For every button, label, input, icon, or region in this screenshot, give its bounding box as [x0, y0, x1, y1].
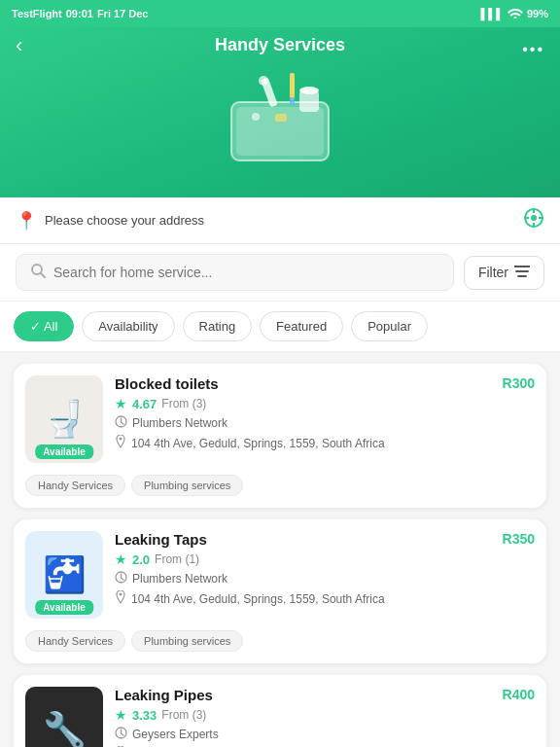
svg-rect-9 [275, 114, 287, 122]
service-card[interactable]: 🔧 Offline Leaking Pipes R400 ★ 3.33 From… [14, 675, 546, 747]
card-tags: Handy ServicesPlumbing services [14, 475, 546, 508]
service-emoji: 🔧 [43, 710, 87, 747]
card-main: 🔧 Offline Leaking Pipes R400 ★ 3.33 From… [14, 675, 546, 747]
search-input-wrap[interactable] [16, 254, 454, 291]
svg-point-8 [252, 113, 260, 121]
rating-count: From (3) [161, 708, 206, 722]
tag: Plumbing services [131, 475, 243, 496]
card-price: R400 [503, 687, 535, 702]
card-price: R350 [503, 531, 535, 547]
svg-line-17 [41, 273, 45, 277]
star-icon: ★ [115, 707, 127, 723]
svg-point-28 [120, 593, 122, 596]
rating-value: 3.33 [132, 708, 157, 723]
svg-line-23 [122, 422, 124, 424]
rating-count: From (1) [155, 552, 199, 566]
location-bar[interactable]: 📍 Please choose your address [0, 197, 560, 244]
back-button[interactable]: ‹ [16, 35, 22, 56]
location-left: 📍 Please choose your address [16, 210, 204, 231]
provider-name: Plumbers Network [132, 572, 228, 586]
filter-chip-featured[interactable]: Featured [260, 311, 343, 341]
provider-icon [115, 571, 127, 587]
status-bar: TestFlight 09:01 Fri 17 Dec ▌▌▌ 99% [0, 0, 560, 27]
svg-line-31 [122, 733, 124, 735]
card-provider: Plumbers Network [115, 571, 535, 587]
card-main: 🚰 Available Leaking Taps R350 ★ 2.0 From… [14, 519, 546, 630]
card-title: Leaking Taps [115, 531, 207, 548]
provider-icon [115, 727, 127, 742]
card-rating: ★ 2.0 From (1) [115, 551, 535, 567]
address-text: 104 4th Ave, Geduld, Springs, 1559, Sout… [131, 592, 385, 606]
service-emoji: 🚽 [43, 399, 87, 440]
provider-name: Geysers Experts [132, 728, 219, 741]
card-info: Blocked toilets R300 ★ 4.67 From (3) [115, 375, 535, 463]
availability-badge: Available [35, 445, 93, 459]
svg-rect-5 [290, 97, 295, 105]
card-price: R300 [503, 375, 535, 391]
availability-badge: Available [35, 600, 93, 615]
rating-value: 4.67 [132, 397, 157, 411]
star-icon: ★ [115, 396, 127, 411]
provider-icon [115, 415, 127, 431]
card-address: 104 4th Ave, Geduld, Springs, 1559, Sout… [115, 590, 535, 607]
card-tags: Handy ServicesPlumbing services [14, 630, 546, 663]
svg-rect-4 [290, 73, 295, 100]
card-image: 🚰 Available [25, 531, 103, 619]
more-options-icon[interactable]: ••• [522, 41, 544, 58]
location-target-icon[interactable] [523, 207, 544, 233]
address-pin-icon [115, 590, 126, 607]
status-date: Fri 17 Dec [97, 8, 149, 19]
rating-count: From (3) [161, 397, 206, 410]
card-address: 104 4th Ave, Geduld, Springs, 1559, Sout… [115, 435, 535, 451]
service-card[interactable]: 🚽 Available Blocked toilets R300 ★ 4.67 … [14, 364, 546, 508]
filter-label: Filter [478, 265, 508, 280]
hero-illustration [16, 63, 544, 170]
service-emoji: 🚰 [43, 554, 87, 595]
star-icon: ★ [115, 551, 127, 567]
filter-chip-all[interactable]: ✓ All [14, 311, 74, 341]
provider-name: Plumbers Network [132, 416, 228, 430]
location-placeholder: Please choose your address [45, 213, 204, 228]
card-rating: ★ 4.67 From (3) [115, 396, 535, 411]
card-main: 🚽 Available Blocked toilets R300 ★ 4.67 … [14, 364, 546, 475]
service-card[interactable]: 🚰 Available Leaking Taps R350 ★ 2.0 From… [14, 519, 546, 663]
status-time: 09:01 [66, 8, 93, 19]
filter-button[interactable]: Filter [464, 256, 544, 290]
filter-chips: ✓ AllAvailabilityRatingFeaturedPopular [0, 302, 560, 352]
card-provider: Plumbers Network [115, 415, 535, 431]
card-top: Blocked toilets R300 [115, 375, 535, 392]
filter-icon [514, 265, 530, 281]
search-icon [30, 263, 46, 282]
svg-point-24 [120, 438, 122, 441]
signal-icon: ▌▌▌ [481, 8, 504, 19]
services-list: 🚽 Available Blocked toilets R300 ★ 4.67 … [0, 352, 560, 747]
header: ‹ Handy Services ••• [0, 27, 560, 197]
status-bar-right: ▌▌▌ 99% [481, 7, 548, 20]
card-info: Leaking Pipes R400 ★ 3.33 From (3) [115, 687, 535, 747]
svg-point-7 [299, 87, 319, 94]
location-pin-icon: 📍 [16, 210, 37, 231]
address-pin-icon [115, 435, 126, 451]
card-info: Leaking Taps R350 ★ 2.0 From (1) [115, 531, 535, 619]
filter-chip-rating[interactable]: Rating [183, 311, 253, 341]
card-rating: ★ 3.33 From (3) [115, 707, 535, 723]
tag: Handy Services [25, 475, 125, 496]
card-image: 🔧 Offline [25, 687, 103, 747]
card-top: Leaking Taps R350 [115, 531, 535, 548]
status-bar-left: TestFlight 09:01 Fri 17 Dec [12, 8, 148, 19]
card-image: 🚽 Available [25, 375, 103, 463]
svg-line-27 [122, 578, 124, 580]
page-title: Handy Services [16, 35, 544, 55]
card-provider: Geysers Experts [115, 727, 535, 742]
search-input[interactable] [53, 265, 439, 280]
filter-chip-popular[interactable]: Popular [351, 311, 428, 341]
wifi-icon [508, 7, 523, 20]
address-text: 104 4th Ave, Geduld, Springs, 1559, Sout… [131, 437, 385, 450]
tag: Handy Services [25, 630, 125, 652]
search-bar: Filter [0, 244, 560, 302]
filter-chip-availability[interactable]: Availability [82, 311, 174, 341]
tag: Plumbing services [131, 630, 243, 652]
rating-value: 2.0 [132, 552, 150, 567]
status-testflight: TestFlight [12, 8, 62, 19]
card-title: Blocked toilets [115, 375, 219, 392]
